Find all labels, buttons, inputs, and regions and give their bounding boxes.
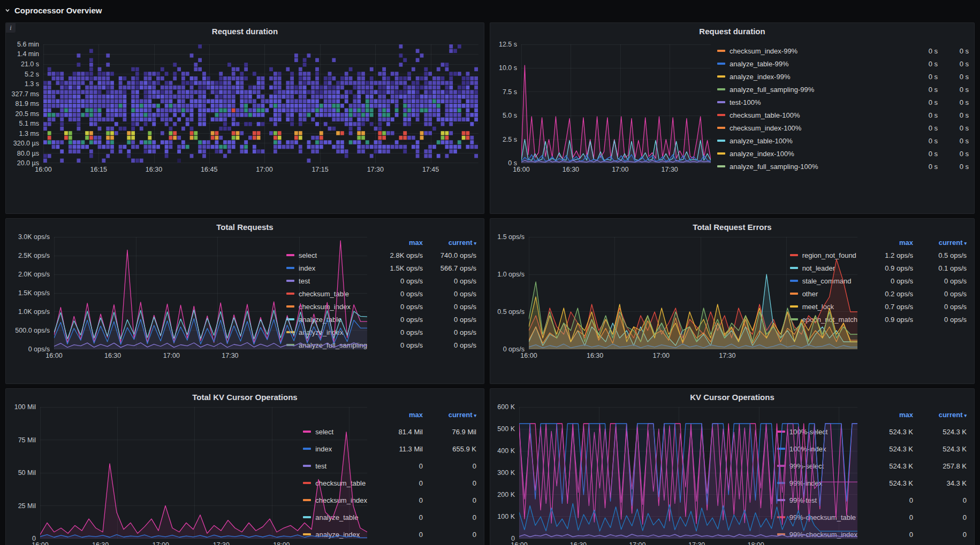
y-tick-label: 400 K (497, 447, 515, 455)
x-tick-label: 16:30 (146, 166, 162, 173)
x-axis: 16:0016:3017:0017:30 (521, 163, 711, 175)
plot-area[interactable] (521, 44, 711, 163)
legend-header-current[interactable]: current▾ (423, 239, 476, 247)
heatmap-cells (43, 44, 478, 163)
legend-value: 524.3 K (865, 445, 913, 453)
legend-item[interactable]: test-100% (717, 98, 907, 106)
legend-item-label: analyze_full_sampling-99% (730, 86, 814, 94)
legend-item[interactable]: analyze_full_sampling-100% (717, 163, 907, 171)
panel-header[interactable]: Total KV Cursor Operations (6, 389, 484, 405)
legend-header-max[interactable]: max (865, 411, 913, 419)
y-tick-label: 327.7 ms (12, 90, 39, 98)
legend-value: 0.9 ops/s (865, 264, 913, 272)
legend-value: 0 s (907, 86, 938, 94)
legend-value: 0 s (938, 60, 969, 68)
legend-value: 0.5 ops/s (913, 251, 967, 259)
series-color-swatch (717, 50, 725, 52)
legend-value: 0 ops/s (375, 303, 423, 311)
legend-item-label: analyze_index-100% (730, 150, 794, 158)
row-header-coprocessor-overview[interactable]: Coprocessor Overview (4, 3, 102, 17)
legend-value: 257.8 K (913, 462, 967, 470)
legend-item[interactable]: analyze_index-100% (717, 150, 907, 158)
panel-header[interactable]: Request duration (6, 23, 484, 39)
line-chart: 600 K500 K400 K300 K200 K100 K0 16:0016:… (493, 405, 770, 545)
heatmap-canvas[interactable] (43, 44, 478, 163)
y-tick-label: 12.5 s (499, 41, 517, 48)
panel-header[interactable]: KV Cursor Operations (490, 389, 974, 405)
chart-canvas[interactable] (529, 237, 857, 349)
x-axis: 16:0016:3017:0017:3018:00 (40, 539, 295, 545)
plot-area[interactable] (54, 237, 279, 349)
legend-item[interactable]: analyze_full_sampling-99% (717, 86, 907, 94)
legend-header-current[interactable]: current▾ (913, 411, 967, 419)
legend-value: 0 ops/s (375, 328, 423, 336)
x-axis: 16:0016:3017:0017:30 (529, 349, 783, 361)
legend-value: 0 s (938, 86, 969, 94)
y-axis: 5.6 min1.4 min21.0 s5.2 s1.3 s327.7 ms81… (9, 44, 43, 163)
y-tick-label: 1.3 ms (19, 130, 39, 137)
legend-header-max[interactable]: max (375, 411, 423, 419)
y-tick-label: 50 Mil (18, 469, 36, 477)
legend-item[interactable]: analyze_index-99% (717, 73, 907, 81)
panel-title: Total Request Errors (693, 222, 771, 232)
panel-total-request-errors: Total Request Errors 1.5 ops/s1.0 ops/s0… (490, 218, 975, 384)
dashboard: Coprocessor Overview i Request duration … (0, 0, 980, 545)
legend-value: 0 (423, 462, 476, 470)
y-tick-label: 5.1 ms (19, 120, 39, 127)
y-tick-label: 1.0 ops/s (497, 271, 525, 278)
panel-header[interactable]: Request duration (490, 23, 974, 39)
legend-value: 0 s (938, 163, 969, 171)
panel-header[interactable]: Total Requests (6, 219, 484, 235)
legend-value: 0 (865, 531, 913, 539)
series-color-swatch (717, 165, 725, 167)
plot-area[interactable] (43, 44, 478, 163)
legend-value: 524.3 K (913, 445, 967, 453)
panel-header[interactable]: Total Request Errors (490, 219, 974, 235)
legend-item[interactable]: analyze_table-100% (717, 137, 907, 145)
y-tick-label: 5.2 s (25, 71, 39, 78)
y-tick-label: 2.5 s (503, 136, 517, 143)
plot-area[interactable] (40, 407, 295, 539)
legend-header-max[interactable]: max (375, 239, 423, 247)
legend-header-current[interactable]: current▾ (913, 239, 967, 247)
legend-value: 566.7 ops/s (423, 264, 476, 272)
chart-canvas[interactable] (40, 407, 367, 539)
legend-item-label: analyze_full_sampling-100% (730, 163, 818, 171)
legend-value: 0 s (907, 163, 938, 171)
plot-area[interactable] (529, 237, 783, 349)
legend-value: 0.7 ops/s (865, 303, 913, 311)
line-chart: 12.5 s10.0 s7.5 s5.0 s2.5 s0 s 16:0016:3… (493, 39, 711, 175)
y-axis: 1.5 ops/s1.0 ops/s0.5 ops/s0 ops/s (493, 237, 529, 349)
x-tick-label: 16:45 (201, 166, 217, 173)
legend-value: 0 (865, 513, 913, 521)
legend-item[interactable]: checksum_index-100% (717, 124, 907, 132)
legend-header-max[interactable]: max (865, 239, 913, 247)
panel-body: 12.5 s10.0 s7.5 s5.0 s2.5 s0 s 16:0016:3… (490, 39, 974, 213)
legend-item[interactable]: checksum_table-100% (717, 111, 907, 119)
legend-value: 1.5K ops/s (375, 264, 423, 272)
panel-info-icon[interactable]: i (6, 23, 16, 33)
plot-area[interactable] (519, 407, 770, 539)
x-tick-label: 16:30 (104, 352, 121, 359)
x-tick-label: 17:00 (153, 541, 169, 545)
panel-total-requests: Total Requests 3.0K ops/s2.5K ops/s2.0K … (5, 218, 484, 384)
legend-item[interactable]: checksum_index-99% (717, 47, 907, 55)
y-tick-label: 2.0K ops/s (18, 271, 50, 278)
legend-header-current[interactable]: current▾ (423, 411, 476, 419)
x-tick-label: 16:00 (45, 352, 62, 359)
legend-item-label: analyze_table-99% (730, 60, 789, 68)
legend-value: 0.2 ops/s (865, 290, 913, 298)
legend-value: 0 s (907, 47, 938, 55)
legend-value: 34.3 K (913, 479, 967, 487)
legend-item[interactable]: analyze_table-99% (717, 60, 907, 68)
chart-canvas[interactable] (519, 407, 857, 539)
panel-body: 5.6 min1.4 min21.0 s5.2 s1.3 s327.7 ms81… (6, 39, 484, 213)
legend-value: 0 ops/s (423, 328, 476, 336)
legend-value: 0 ops/s (375, 290, 423, 298)
series-color-swatch (717, 152, 725, 155)
chart-canvas[interactable] (521, 44, 711, 163)
legend-value: 655.9 K (423, 445, 476, 453)
chart-canvas[interactable] (54, 237, 367, 349)
legend-value: 524.3 K (865, 479, 913, 487)
panel-title: Total KV Cursor Operations (192, 393, 297, 402)
